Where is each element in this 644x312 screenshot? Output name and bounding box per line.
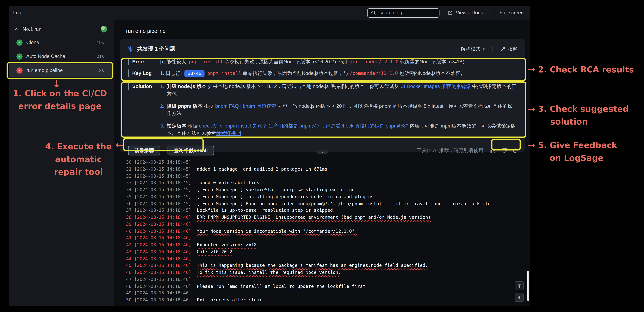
step-duration: 19s [96, 40, 104, 45]
external-link-icon [448, 10, 453, 16]
log-line-number: 42 [2024-08-15 14:18:46] [126, 242, 197, 247]
inline-link[interactable]: check 阶段 pnpm install 失败？ 生产用的都是 pnpm@7 … [199, 123, 408, 129]
run-group-header[interactable]: No.1 run [8, 23, 114, 35]
chevron-down-icon: ▾ [482, 47, 484, 51]
annotation-arrow-step4: ← [116, 140, 123, 151]
log-line: 48 [2024-08-15 14:18:46] Please run [emo… [126, 283, 526, 290]
log-line: 36 [2024-08-15 14:18:45] [ Eden Monorepo… [126, 201, 526, 208]
text-segment: 降级 pnpm 版本 [167, 103, 203, 109]
text-segment: /commander/12.1.0 [350, 59, 398, 65]
action-button[interactable]: 镜像推荐 [128, 146, 160, 155]
log-line-number: 43 [2024-08-15 14:18:46] [126, 249, 197, 254]
log-line: 30 [2024-08-15 14:18:45] [126, 160, 526, 166]
search-box[interactable] [367, 8, 440, 18]
thumbs-up-icon[interactable] [490, 147, 496, 154]
collapse-icon [500, 46, 506, 51]
text-segment: 包所需的Node.js版本（>=18）。 [398, 59, 472, 65]
ai-disclaimer: 工具由 AI 推荐，请甄别后使用 [417, 147, 483, 154]
log-scrollbar[interactable] [527, 270, 529, 301]
search-input[interactable] [378, 10, 436, 16]
sidebar-step-run-emo-pipeline[interactable]: ×run emo pipeline12s [8, 63, 114, 77]
log-line-text: Expected version: >=18 [197, 242, 256, 247]
status-success-icon: ✓ [16, 53, 23, 60]
solution-item-number: 1. [160, 83, 164, 98]
thumbs-down-icon[interactable] [501, 147, 507, 154]
log-line-text: Got: v16.20.2 [197, 249, 232, 254]
sidebar-step-clone[interactable]: ✓Clone19s [8, 35, 114, 49]
fullscreen-icon [491, 10, 496, 16]
log-line-text: ERR_PNPM_UNSUPPORTED_ENGINE Unsupported … [197, 215, 431, 220]
log-line: 43 [2024-08-15 14:18:46] Got: v16.20.2 [126, 249, 526, 256]
keylog-label: Key Log [128, 70, 160, 77]
text-segment: 根据 [203, 103, 215, 109]
full-screen-button[interactable]: Full screen [491, 10, 524, 16]
text-segment: 包所需的Node.js版本不兼容。 [398, 70, 465, 76]
pipeline-title: run emo pipeline [126, 28, 166, 34]
mode-dropdown[interactable]: 解构模式 ▾ [461, 46, 484, 53]
log-line-number: 37 [2024-08-15 14:18:45] [126, 208, 197, 213]
scroll-to-top-button[interactable] [514, 281, 524, 290]
text-segment: 命令执行失败，原因为当前Node.js版本过低，与 [241, 70, 350, 76]
text-segment: /commander/12.1.0 [350, 70, 398, 76]
log-line: 45 [2024-08-15 14:18:46] This is happeni… [126, 263, 526, 270]
log-line-text: [ Eden Monorepo ] Installing dependencie… [197, 194, 374, 199]
log-line: 49 [2024-08-15 14:18:46] [126, 290, 526, 297]
log-line-text: [ Eden Monorepo ] <beforeStart scripts> … [197, 187, 354, 192]
annotation-arrow-step5: → [527, 140, 535, 151]
log-line-number: 50 [2024-08-15 14:18:46] [126, 297, 197, 302]
log-line-number: 47 [2024-08-15 14:18:46] [126, 277, 192, 282]
log-line: 47 [2024-08-15 14:18:46] [126, 277, 526, 283]
solution-item-number: 3. [160, 122, 164, 137]
view-all-logs-button[interactable]: View all logs [448, 10, 483, 16]
log-line: 40 [2024-08-15 14:18:46] Your Node versi… [126, 228, 526, 235]
log-line: 41 [2024-08-15 14:18:46] [126, 235, 526, 242]
solution-item-text: 升级 node.js 版本 如果本地 node.js 版本 >= 18.12，请… [167, 83, 517, 98]
log-line: 32 [2024-08-15 14:18:45] [126, 173, 526, 180]
status-error-icon: × [16, 67, 23, 74]
log-line-number: 44 [2024-08-15 14:18:46] [126, 256, 192, 261]
panel-collapse-handle[interactable]: ▴ [317, 151, 328, 154]
log-line-number: 33 [2024-08-15 14:18:45] [126, 180, 197, 185]
solution-label: Solution [128, 83, 160, 90]
sidebar-step-auto-node-cache[interactable]: ✓Auto Node Cache01s [8, 49, 114, 63]
annotation-step2-line1: 2. Check RCA results [538, 63, 634, 76]
status-success-icon: ✓ [16, 39, 23, 46]
log-line: 44 [2024-08-15 14:18:46] [126, 256, 526, 263]
inline-link[interactable]: CI Docker Images 推荐使用镜像 [400, 84, 471, 89]
solution-item: 2.降级 pnpm 版本 根据 bnpm FAQ | bnpm 问题速查 内容，… [160, 102, 517, 117]
issues-summary: 共发现 1 个问题 [137, 45, 175, 53]
collapse-panel-button[interactable]: 收起 [500, 46, 518, 53]
header-divider [492, 46, 493, 52]
inline-link[interactable]: 参考链接_4 [216, 130, 241, 136]
action-button[interactable]: 查询相似oncall [168, 146, 214, 155]
annotation-step4-line1: 4. Execute the [43, 140, 114, 153]
annotation-step1: 1. Click on the CI/CD error details page [8, 87, 112, 113]
log-line-number: 46 [2024-08-15 14:18:46] [126, 270, 197, 275]
inline-link[interactable]: bnpm FAQ | bnpm 问题速查 [215, 103, 276, 109]
window-title: Log [13, 10, 22, 16]
log-line-text: Your Node version is incompatible with "… [197, 228, 357, 234]
annotation-arrow-step2: → [527, 64, 535, 75]
arrow-down-icon [516, 294, 522, 300]
solution-item: 1.升级 node.js 版本 如果本地 node.js 版本 >= 18.12… [160, 83, 517, 98]
log-line-text: Exit process after clear [197, 297, 262, 302]
log-line: 46 [2024-08-15 14:18:46] To fix this iss… [126, 270, 526, 276]
annotation-step2: 2. Check RCA results [538, 63, 634, 76]
log-line-number: 45 [2024-08-15 14:18:46] [126, 263, 197, 268]
scroll-to-bottom-button[interactable] [514, 293, 524, 302]
topbar: Log View all logs Full screen [8, 6, 530, 20]
log-line-number: 34 [2024-08-15 14:18:45] [126, 187, 197, 192]
log-line-number: 49 [2024-08-15 14:18:46] [126, 290, 192, 296]
annotation-step4: 4. Execute the automatic repair tool [43, 140, 114, 179]
text-segment: 如果本地 node.js 版本 >= 18.12，请尝试与本地 node.js … [206, 84, 400, 89]
refresh-icon[interactable] [512, 147, 518, 154]
run-label: No.1 run [22, 26, 42, 32]
log-line-number: 32 [2024-08-15 14:18:45] [126, 173, 192, 179]
full-screen-label: Full screen [500, 10, 524, 16]
log-line-number: 41 [2024-08-15 14:18:46] [126, 235, 192, 240]
annotation-step5: 5. Give Feedback on LogSage [538, 139, 617, 165]
search-icon [371, 10, 376, 16]
error-row: Error [可能性较大] pnpm install 命令执行失败，原因为当前N… [120, 58, 525, 65]
action-buttons: 镜像推荐查询相似oncall [128, 146, 214, 155]
view-all-logs-label: View all logs [456, 10, 483, 16]
